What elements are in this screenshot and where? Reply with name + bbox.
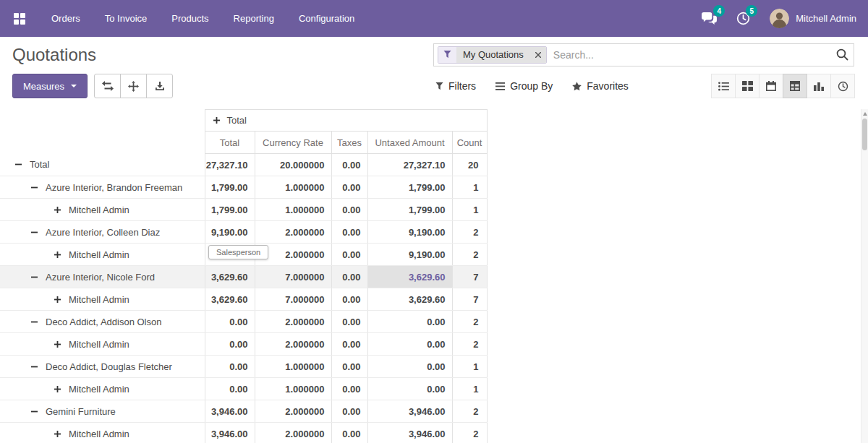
pivot-cell[interactable]: 0.00 (205, 333, 255, 356)
pivot-cell[interactable]: 1,799.00 (367, 199, 452, 221)
nav-item-products[interactable]: Products (159, 0, 221, 37)
pivot-cell[interactable]: 0.00 (331, 333, 367, 356)
pivot-cell[interactable]: 1.000000 (255, 356, 331, 378)
pivot-cell[interactable]: 2 (452, 400, 487, 423)
list-view-button[interactable] (711, 74, 736, 98)
pivot-cell[interactable]: 2.000000 (255, 311, 331, 333)
pivot-cell[interactable]: 7.000000 (255, 288, 331, 311)
pivot-view-button[interactable] (783, 74, 807, 98)
pivot-cell[interactable]: 7 (452, 266, 487, 288)
row-header[interactable]: Mitchell Admin (0, 333, 205, 356)
pivot-cell[interactable]: 27,327.10 (205, 154, 255, 176)
apps-menu-button[interactable] (0, 0, 39, 37)
pivot-cell[interactable]: 0.00 (331, 288, 367, 311)
kanban-view-button[interactable] (735, 74, 760, 98)
favorites-button[interactable]: Favorites (572, 80, 629, 92)
row-header[interactable]: Mitchell Admin (0, 423, 205, 443)
pivot-cell[interactable]: 2.000000 (255, 221, 331, 244)
user-menu[interactable]: Mitchell Admin (760, 9, 856, 28)
pivot-cell[interactable]: 3,629.60 (205, 266, 255, 288)
row-header[interactable]: Deco Addict, Douglas Fletcher (0, 356, 205, 378)
pivot-cell[interactable]: 2.000000 (255, 400, 331, 423)
vertical-scrollbar[interactable] (861, 109, 868, 443)
expand-all-button[interactable] (120, 74, 147, 98)
pivot-cell[interactable]: 3,946.00 (367, 423, 452, 443)
pivot-cell[interactable]: 9,190.00 (367, 244, 452, 266)
row-header[interactable]: Azure Interior, Nicole Ford (0, 266, 205, 288)
pivot-cell[interactable]: 20.000000 (255, 154, 331, 176)
download-button[interactable] (146, 74, 173, 98)
pivot-cell[interactable]: 7 (452, 288, 487, 311)
row-header[interactable]: Azure Interior, Brandon Freeman (0, 176, 205, 199)
pivot-cell[interactable]: 0.00 (331, 356, 367, 378)
pivot-cell[interactable]: 1 (452, 176, 487, 199)
row-header[interactable]: Mitchell Admin (0, 378, 205, 400)
measure-header[interactable]: Count (452, 132, 487, 154)
pivot-cell[interactable]: 0.00 (331, 176, 367, 199)
pivot-cell[interactable]: 0.00 (331, 423, 367, 443)
row-header[interactable]: Mitchell Admin (0, 244, 205, 266)
pivot-cell[interactable]: 3,946.00 (205, 400, 255, 423)
pivot-cell[interactable]: 7.000000 (255, 266, 331, 288)
nav-item-to-invoice[interactable]: To Invoice (93, 0, 160, 37)
measure-header[interactable]: Untaxed Amount (367, 132, 452, 154)
nav-item-reporting[interactable]: Reporting (221, 0, 286, 37)
pivot-cell[interactable]: 1.000000 (255, 176, 331, 199)
pivot-cell[interactable]: 0.00 (367, 311, 452, 333)
pivot-cell[interactable]: 2 (452, 311, 487, 333)
pivot-cell[interactable]: 0.00 (331, 154, 367, 176)
column-group-header[interactable]: Total (205, 110, 487, 132)
row-header[interactable]: Deco Addict, Addison Olson (0, 311, 205, 333)
graph-view-button[interactable] (807, 74, 831, 98)
measure-header[interactable]: Taxes (331, 132, 367, 154)
pivot-cell[interactable]: 9,190.00 (205, 221, 255, 244)
pivot-cell[interactable]: 0.00 (331, 400, 367, 423)
measure-header[interactable]: Total (205, 132, 255, 154)
measures-button[interactable]: Measures (12, 74, 88, 98)
group-by-button[interactable]: Group By (495, 80, 553, 92)
pivot-cell[interactable]: 0.00 (331, 378, 367, 400)
messages-button[interactable]: 4 (692, 0, 727, 37)
row-header[interactable]: Gemini Furniture (0, 400, 205, 423)
pivot-cell[interactable]: 0.00 (367, 333, 452, 356)
pivot-cell[interactable]: 0.00 (205, 311, 255, 333)
pivot-cell[interactable]: 1.000000 (255, 378, 331, 400)
row-header[interactable]: Mitchell Admin (0, 288, 205, 311)
pivot-cell[interactable]: 1,799.00 (205, 199, 255, 221)
pivot-cell[interactable]: 0.00 (205, 378, 255, 400)
pivot-cell[interactable]: 0.00 (331, 199, 367, 221)
pivot-cell[interactable]: 1 (452, 356, 487, 378)
activity-view-button[interactable] (830, 74, 855, 98)
facet-remove-icon[interactable] (530, 47, 546, 63)
pivot-cell[interactable]: 2 (452, 244, 487, 266)
calendar-view-button[interactable] (759, 74, 783, 98)
row-header[interactable]: Total (0, 154, 205, 176)
pivot-cell[interactable]: 1.000000 (255, 199, 331, 221)
pivot-cell[interactable]: 2 (452, 423, 487, 443)
row-header[interactable]: Mitchell Admin (0, 199, 205, 221)
pivot-cell[interactable]: 0.00 (331, 266, 367, 288)
pivot-cell[interactable]: 2.000000 (255, 423, 331, 443)
search-input[interactable] (552, 48, 831, 61)
flip-axis-button[interactable] (94, 74, 121, 98)
pivot-cell[interactable]: 1 (452, 199, 487, 221)
filters-button[interactable]: Filters (435, 80, 476, 92)
pivot-cell[interactable]: 3,946.00 (367, 400, 452, 423)
pivot-cell[interactable]: 2 (452, 221, 487, 244)
pivot-cell[interactable]: 1,799.00 (205, 176, 255, 199)
pivot-cell[interactable]: 0.00 (367, 378, 452, 400)
scroll-up-arrow-icon[interactable] (863, 112, 867, 116)
pivot-cell[interactable]: 0.00 (331, 311, 367, 333)
pivot-cell[interactable]: 20 (452, 154, 487, 176)
pivot-cell[interactable]: 1,799.00 (367, 176, 452, 199)
nav-item-orders[interactable]: Orders (39, 0, 93, 37)
scrollbar-thumb[interactable] (862, 119, 867, 150)
nav-item-configuration[interactable]: Configuration (286, 0, 367, 37)
activities-button[interactable]: 5 (727, 0, 760, 37)
pivot-cell[interactable]: 0.00 (331, 244, 367, 266)
search-icon[interactable] (836, 48, 848, 61)
pivot-cell[interactable]: 0.00 (367, 356, 452, 378)
pivot-cell[interactable]: 0.00 (205, 356, 255, 378)
pivot-cell[interactable]: 1 (452, 378, 487, 400)
pivot-cell[interactable]: 3,629.60 (205, 288, 255, 311)
